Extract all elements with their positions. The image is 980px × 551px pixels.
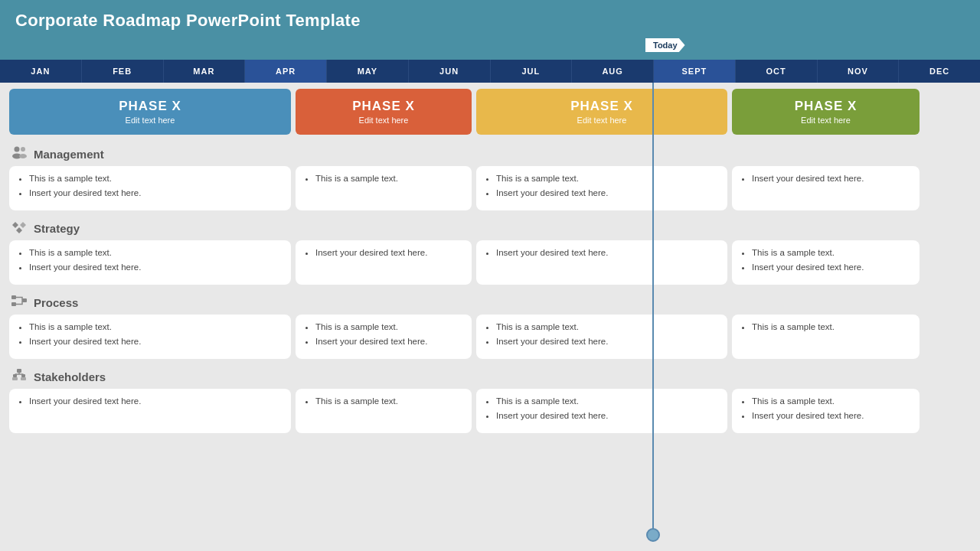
list-item: Insert your desired text here. [496,335,718,348]
svg-point-2 [21,147,25,152]
svg-rect-5 [11,302,16,306]
main-wrapper: Corporate Roadmap PowerPoint Template To… [0,0,980,551]
strategy-cards-row: This is a sample text. Insert your desir… [9,240,971,285]
stakeholders-card-3[interactable]: This is a sample text. Insert your desir… [476,389,727,433]
section-stakeholders-header: Stakeholders [9,365,971,389]
stakeholders-card-1[interactable]: Insert your desired text here. [9,389,291,433]
management-card-2[interactable]: This is a sample text. [296,166,472,210]
stakeholders-icon [11,368,28,386]
list-item: Insert your desired text here. [29,187,282,200]
today-line-dot [646,528,660,542]
list-item: This is a sample text. [315,321,462,334]
strategy-icon [11,220,28,237]
month-jul: JUL [491,60,573,83]
svg-rect-4 [11,295,16,299]
stakeholders-card-4[interactable]: This is a sample text. Insert your desir… [732,389,920,433]
month-apr: APR [245,60,327,83]
list-item: This is a sample text. [752,395,910,408]
section-stakeholders-label: Stakeholders [34,370,106,383]
phase-row: PHASE X Edit text here PHASE X Edit text… [9,89,971,135]
strategy-card-2[interactable]: Insert your desired text here. [296,240,472,285]
svg-rect-10 [12,377,18,380]
list-item: Insert your desired text here. [29,261,282,274]
list-item: Insert your desired text here. [496,187,718,200]
list-item: This is a sample text. [496,395,718,408]
list-item: Insert your desired text here. [496,409,718,422]
management-cards-row: This is a sample text. Insert your desir… [9,166,971,210]
list-item: Insert your desired text here. [315,335,462,348]
phase-block-1: PHASE X Edit text here [9,89,291,135]
today-label: Today [645,38,685,52]
list-item: This is a sample text. [315,395,462,408]
management-icon [11,145,28,163]
list-item: This is a sample text. [29,246,282,259]
strategy-card-3[interactable]: Insert your desired text here. [476,240,727,285]
process-card-3[interactable]: This is a sample text. Insert your desir… [476,315,727,359]
process-card-1[interactable]: This is a sample text. Insert your desir… [9,315,291,359]
content-area: PHASE X Edit text here PHASE X Edit text… [0,83,980,551]
list-item: Insert your desired text here. [29,395,282,408]
section-strategy-label: Strategy [34,222,80,235]
phase-3-subtitle: Edit text here [577,116,627,125]
management-card-3[interactable]: This is a sample text. Insert your desir… [476,166,727,210]
month-aug: AUG [572,60,654,83]
section-management-header: Management [9,142,971,166]
management-card-1[interactable]: This is a sample text. Insert your desir… [9,166,291,210]
list-item: This is a sample text. [496,321,718,334]
svg-point-0 [15,147,20,152]
stakeholders-card-2[interactable]: This is a sample text. [296,389,472,433]
list-item: Insert your desired text here. [752,409,910,422]
month-sept: SEPT [654,60,736,83]
phase-1-subtitle: Edit text here [126,116,175,125]
month-bar: JAN FEB MAR APR MAY JUN JUL AUG SEPT OCT… [0,60,980,83]
section-management-label: Management [34,148,104,161]
phase-block-2: PHASE X Edit text here [296,89,472,135]
list-item: This is a sample text. [752,246,910,259]
list-item: This is a sample text. [315,172,462,185]
month-dec: DEC [899,60,980,83]
phase-1-title: PHASE X [119,99,181,114]
process-card-2[interactable]: This is a sample text. Insert your desir… [296,315,472,359]
phase-3-title: PHASE X [570,99,633,114]
svg-rect-11 [21,377,26,380]
process-card-4[interactable]: This is a sample text. [732,315,920,359]
list-item: This is a sample text. [496,172,718,185]
section-strategy-header: Strategy [9,217,971,240]
list-item: This is a sample text. [29,321,282,334]
month-feb: FEB [82,60,164,83]
month-may: MAY [327,60,409,83]
list-item: Insert your desired text here. [496,246,718,259]
stakeholders-cards-row: Insert your desired text here. This is a… [9,389,971,433]
month-nov: NOV [818,60,900,83]
management-card-4[interactable]: Insert your desired text here. [732,166,920,210]
phase-block-3: PHASE X Edit text here [476,89,727,135]
list-item: Insert your desired text here. [752,261,910,274]
svg-rect-7 [17,369,21,373]
list-item: Insert your desired text here. [315,246,462,259]
phase-4-title: PHASE X [795,99,858,114]
section-process-header: Process [9,291,971,315]
page-title: Corporate Roadmap PowerPoint Template [0,0,980,38]
section-process-label: Process [34,296,78,309]
today-line [652,83,654,536]
today-marker-container: Today [0,38,980,60]
process-icon [11,294,28,311]
month-jan: JAN [0,60,82,83]
svg-rect-6 [22,298,27,302]
list-item: This is a sample text. [752,321,910,334]
strategy-card-1[interactable]: This is a sample text. Insert your desir… [9,240,291,285]
list-item: Insert your desired text here. [752,172,910,185]
process-cards-row: This is a sample text. Insert your desir… [9,315,971,359]
phase-block-4: PHASE X Edit text here [732,89,920,135]
list-item: Insert your desired text here. [29,335,282,348]
phase-2-title: PHASE X [352,99,415,114]
strategy-card-4[interactable]: This is a sample text. Insert your desir… [732,240,920,285]
month-mar: MAR [164,60,246,83]
phase-4-subtitle: Edit text here [801,116,851,125]
month-jun: JUN [409,60,491,83]
month-oct: OCT [736,60,818,83]
svg-point-3 [19,154,27,158]
phase-2-subtitle: Edit text here [359,116,409,125]
list-item: This is a sample text. [29,172,282,185]
